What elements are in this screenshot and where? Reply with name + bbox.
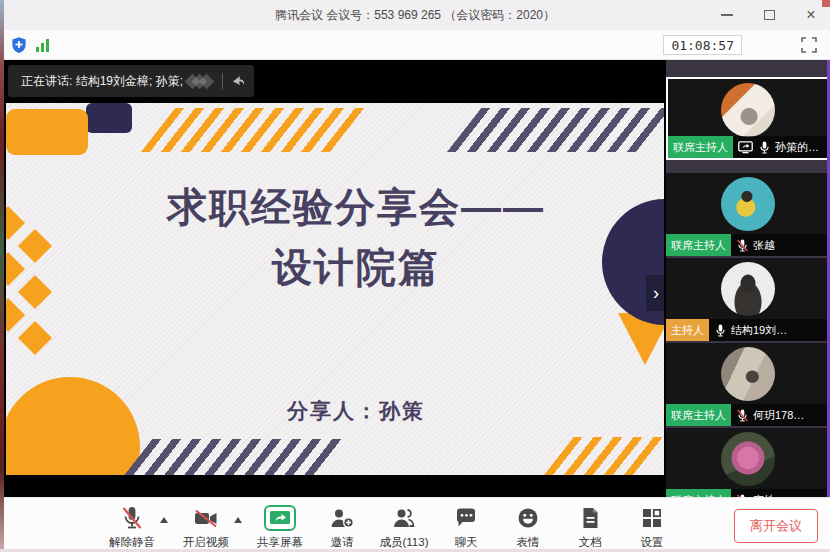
slide-deco-navy-rect xyxy=(86,103,132,133)
settings-grid-icon xyxy=(640,505,664,531)
meeting-timer: 01:08:57 xyxy=(663,35,742,55)
slide-deco-stripes-orange-top xyxy=(141,108,365,152)
camera-off-icon xyxy=(193,505,219,531)
settings-label: 设置 xyxy=(641,535,664,550)
participant-name: 孙策的屏… xyxy=(775,140,828,155)
fullscreen-button[interactable] xyxy=(800,36,818,54)
role-badge: 主持人 xyxy=(666,319,709,341)
avatar-man-photo xyxy=(721,262,775,316)
members-button[interactable]: 成员(113) xyxy=(378,505,430,550)
chat-bubble-icon xyxy=(454,505,478,531)
chat-button[interactable]: 聊天 xyxy=(440,505,492,550)
participant-name: 结构19刘… xyxy=(731,323,830,338)
network-signal-icon[interactable] xyxy=(36,38,49,52)
window-title: 腾讯会议 会议号：553 969 265 （会议密码：2020） xyxy=(275,7,555,24)
meeting-window: 腾讯会议 会议号：553 969 265 （会议密码：2020） × 01:08… xyxy=(0,0,830,552)
screen-share-area: 正在讲话: 结构19刘金樟; 孙策; 求职经验分享会—— xyxy=(4,60,666,497)
mic-on-icon xyxy=(714,323,727,338)
meeting-security-shield-icon[interactable] xyxy=(10,36,28,58)
slide-deco-stripes-purple-top xyxy=(447,108,664,152)
invite-person-icon xyxy=(329,505,355,531)
mic-muted-icon xyxy=(736,408,749,423)
collapse-banner-arrow-icon[interactable] xyxy=(230,74,246,88)
invite-button[interactable]: 邀请 xyxy=(316,505,368,550)
share-screen-button[interactable]: 共享屏幕 xyxy=(254,505,306,550)
participant-tile-jiegou19liu[interactable]: 主持人 结构19刘… xyxy=(666,258,830,341)
mic-muted-icon xyxy=(736,238,749,253)
next-slide-arrow[interactable]: › xyxy=(646,275,664,311)
statusbar: 01:08:57 xyxy=(0,30,830,60)
settings-button[interactable]: 设置 xyxy=(626,505,678,550)
participants-sidebar: 联席主持人 孙策的屏… 联席主持人 张越 xyxy=(666,60,830,497)
mic-options-caret[interactable] xyxy=(160,517,168,523)
bottom-toolbar: 解除静音 开启视频 共享屏幕 邀请 xyxy=(0,497,830,552)
participant-tile-sunce-screen[interactable]: 联席主持人 孙策的屏… xyxy=(666,77,830,160)
unmute-label: 解除静音 xyxy=(109,535,155,550)
emoji-label: 表情 xyxy=(517,535,540,550)
presentation-slide: 求职经验分享会—— 设计院篇 分享人：孙策 › xyxy=(6,103,664,475)
banner-divider xyxy=(222,73,223,89)
emoji-button[interactable]: 表情 xyxy=(502,505,554,550)
titlebar: 腾讯会议 会议号：553 969 265 （会议密码：2020） × xyxy=(0,0,830,30)
slide-deco-stripes-purple-bottom xyxy=(120,439,351,475)
unmute-button[interactable]: 解除静音 xyxy=(106,505,158,550)
avatar-lily-flower xyxy=(721,432,775,486)
video-options-caret[interactable] xyxy=(234,517,242,523)
docs-button[interactable]: 文档 xyxy=(564,505,616,550)
participant-name: 何玥178… xyxy=(753,408,830,423)
leave-meeting-button[interactable]: 离开会议 xyxy=(734,509,818,543)
role-badge: 联席主持人 xyxy=(668,136,733,158)
slide-presenter: 分享人：孙策 xyxy=(86,397,626,425)
participant-tile-zhangyue[interactable]: 联席主持人 张越 xyxy=(666,173,830,256)
slide-title-line1: 求职经验分享会—— xyxy=(86,177,626,237)
watermark-diamonds-icon xyxy=(191,76,212,87)
share-screen-label: 共享屏幕 xyxy=(257,535,303,550)
document-icon xyxy=(578,505,602,531)
avatar-cat xyxy=(721,83,775,137)
speaking-banner-text: 正在讲话: 结构19刘金樟; 孙策; xyxy=(8,73,183,90)
members-icon xyxy=(391,505,417,531)
screen-share-icon xyxy=(738,141,753,154)
chat-label: 聊天 xyxy=(455,535,478,550)
desktop-corner-top-right xyxy=(822,0,830,7)
slide-deco-diamond-cluster xyxy=(6,203,70,353)
avatar-cartoon-girl xyxy=(721,177,775,231)
members-label: 成员(113) xyxy=(380,535,429,550)
avatar-woman-photo xyxy=(721,347,775,401)
microphone-muted-icon xyxy=(120,505,144,531)
docs-label: 文档 xyxy=(579,535,602,550)
mic-on-icon xyxy=(758,140,771,155)
role-badge: 联席主持人 xyxy=(666,404,731,426)
slide-title: 求职经验分享会—— 设计院篇 xyxy=(86,177,626,297)
slide-title-line2: 设计院篇 xyxy=(86,237,626,297)
participant-name: 张越 xyxy=(753,238,830,253)
maximize-button[interactable] xyxy=(756,3,782,27)
role-badge: 联席主持人 xyxy=(666,489,731,497)
desktop-edge-left xyxy=(0,0,4,552)
participant-tile-songshu[interactable]: 联席主持人 宋姝 xyxy=(666,428,830,497)
participant-tile-heyue[interactable]: 联席主持人 何玥178… xyxy=(666,343,830,426)
slide-deco-orange-square xyxy=(6,109,88,155)
start-video-label: 开启视频 xyxy=(183,535,229,550)
slide-deco-stripes-orange-bottom xyxy=(542,437,664,475)
close-button[interactable]: × xyxy=(798,3,824,27)
invite-label: 邀请 xyxy=(331,535,354,550)
share-screen-active-icon xyxy=(264,505,296,531)
start-video-button[interactable]: 开启视频 xyxy=(180,505,232,550)
role-badge: 联席主持人 xyxy=(666,234,731,256)
slide-deco-orange-circle xyxy=(6,377,140,475)
smiley-face-icon xyxy=(516,505,540,531)
speaking-banner: 正在讲话: 结构19刘金樟; 孙策; xyxy=(8,65,254,97)
minimize-button[interactable] xyxy=(714,3,740,27)
